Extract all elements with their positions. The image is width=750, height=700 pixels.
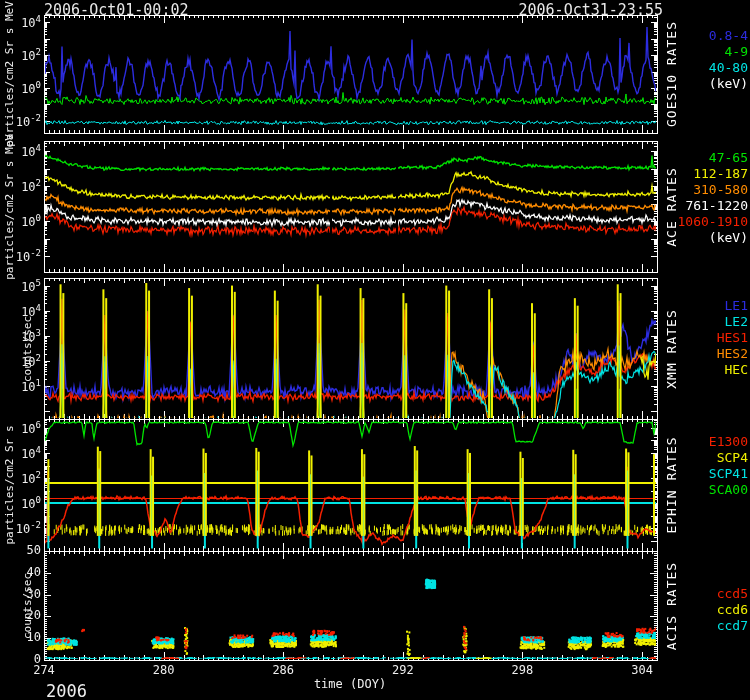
y-tick-label-ace: 104 bbox=[21, 143, 41, 159]
panel-title-acis: ACIS RATES bbox=[664, 561, 679, 649]
legend-ace-1060-1910: 1060-1910 bbox=[678, 214, 748, 229]
legend-xmm-hes1: HES1 bbox=[717, 330, 748, 345]
legend-xmm-hec: HEC bbox=[725, 362, 748, 377]
y-tick-label-ephin: 106 bbox=[21, 420, 41, 436]
y-tick-label-ephin: 102 bbox=[21, 470, 41, 486]
y-tick-label-ace: 100 bbox=[21, 213, 41, 229]
panel-title-xmm: XMM RATES bbox=[664, 309, 679, 388]
legend-ephin-scp41: SCP41 bbox=[709, 466, 748, 481]
legend-ace-47-65: 47-65 bbox=[709, 150, 748, 165]
end-datetime: 2006-Oct31-23:55 bbox=[519, 1, 664, 19]
y-tick-label-goes10: 10-2 bbox=[16, 113, 41, 129]
y-tick-label-ace: 102 bbox=[21, 178, 41, 194]
y-tick-label-goes10: 100 bbox=[21, 80, 41, 96]
y-axis-label-ephin: particles/cm2 Sr s bbox=[3, 425, 16, 544]
legend-acis-ccd5: ccd5 bbox=[717, 586, 748, 601]
panel-title-ace: ACE RATES bbox=[664, 167, 679, 246]
y-tick-label-acis: 50 bbox=[27, 543, 41, 557]
screenshot-root: 2006-Oct01-00:02 2006-Oct31-23:55 time (… bbox=[0, 0, 750, 700]
legend-ephin-e1300: E1300 bbox=[709, 434, 748, 449]
x-tick-label: 280 bbox=[153, 663, 175, 677]
legend-goes10-4-9: 4-9 bbox=[725, 44, 748, 59]
x-tick-label: 298 bbox=[512, 663, 534, 677]
x-tick-label: 304 bbox=[631, 663, 653, 677]
panel-title-ephin: EPHIN RATES bbox=[664, 436, 679, 533]
x-tick-label: 274 bbox=[33, 663, 55, 677]
legend-ace--kev-: (keV) bbox=[709, 230, 748, 245]
legend-goes10-40-80: 40-80 bbox=[709, 60, 748, 75]
y-axis-label-goes10: particles/cm2 Sr s MeV bbox=[3, 1, 16, 147]
y-tick-label-goes10: 102 bbox=[21, 47, 41, 63]
y-axis-label-ace: particles/cm2 Sr s MeV bbox=[3, 134, 16, 280]
legend-ephin-sca00: SCA00 bbox=[709, 482, 748, 497]
x-tick-label: 292 bbox=[392, 663, 414, 677]
legend-ace-112-187: 112-187 bbox=[693, 166, 748, 181]
legend-xmm-le1: LE1 bbox=[725, 298, 748, 313]
y-tick-label-ace: 10-2 bbox=[16, 248, 41, 264]
legend-ephin-scp4: SCP4 bbox=[717, 450, 748, 465]
y-tick-label-ephin: 104 bbox=[21, 445, 41, 461]
y-tick-label-goes10: 104 bbox=[21, 14, 41, 30]
legend-acis-ccd6: ccd6 bbox=[717, 602, 748, 617]
legend-goes10-0-8-4: 0.8-4 bbox=[709, 28, 748, 43]
plot-canvas bbox=[0, 0, 750, 700]
y-tick-label-ephin: 100 bbox=[21, 495, 41, 511]
legend-acis-ccd7: ccd7 bbox=[717, 618, 748, 633]
year-label: 2006 bbox=[46, 681, 87, 700]
panel-title-goes10: GOES10 RATES bbox=[664, 21, 679, 127]
legend-ace-310-580: 310-580 bbox=[693, 182, 748, 197]
legend-goes10--kev-: (keV) bbox=[709, 76, 748, 91]
y-axis-label-xmm: counts/sec bbox=[21, 315, 34, 381]
y-tick-label-xmm: 105 bbox=[21, 278, 41, 294]
x-tick-label: 286 bbox=[272, 663, 294, 677]
start-datetime: 2006-Oct01-00:02 bbox=[44, 1, 189, 19]
y-tick-label-ephin: 10-2 bbox=[16, 520, 41, 536]
y-axis-label-acis: counts/sec bbox=[21, 572, 34, 638]
legend-xmm-le2: LE2 bbox=[725, 314, 748, 329]
legend-xmm-hes2: HES2 bbox=[717, 346, 748, 361]
x-axis-label: time (DOY) bbox=[314, 677, 386, 691]
legend-ace-761-1220: 761-1220 bbox=[685, 198, 748, 213]
